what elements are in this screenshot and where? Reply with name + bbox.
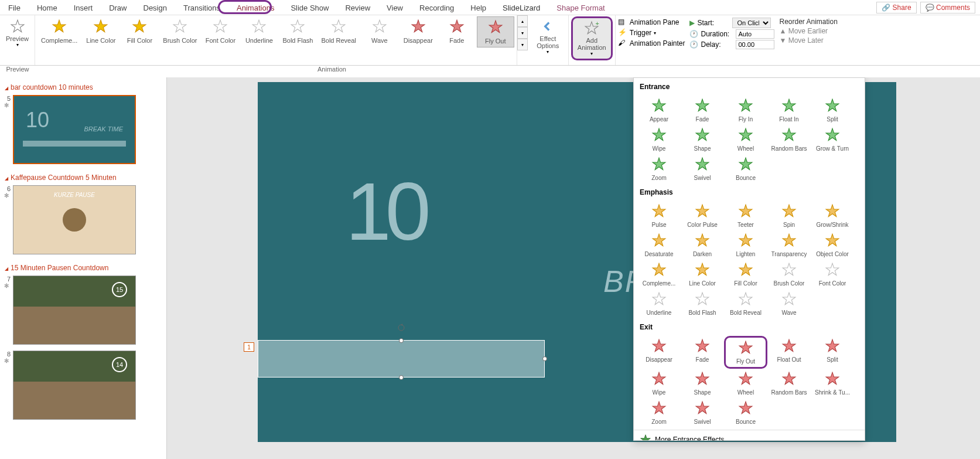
section-title[interactable]: bar countdown 10 minutes [2, 80, 164, 95]
tab-home[interactable]: Home [29, 1, 66, 15]
tab-help[interactable]: Help [462, 1, 494, 15]
add-animation-button[interactable]: + Add Animation ▾ [571, 16, 613, 60]
gallery-item-compleme---[interactable]: Compleme... [37, 16, 81, 46]
anim-fade[interactable]: Fade [681, 336, 724, 369]
gallery-up-button[interactable]: ▴ [517, 15, 528, 27]
effect-options-button[interactable]: Effect Options ▾ [529, 16, 566, 57]
anim-wipe[interactable]: Wipe [637, 125, 681, 154]
anim-wheel[interactable]: Wheel [724, 125, 767, 154]
trigger-button[interactable]: ⚡Trigger▾ [618, 28, 685, 38]
anim-fly-in[interactable]: Fly In [724, 96, 767, 125]
tab-slidelizard[interactable]: SlideLizard [494, 1, 548, 15]
anim-zoom[interactable]: Zoom [637, 398, 681, 427]
gallery-item-line-color[interactable]: Line Color [82, 16, 119, 46]
anim-color-pulse[interactable]: Color Pulse [681, 201, 724, 230]
gallery-item-wave[interactable]: Wave [361, 16, 398, 46]
anim-split[interactable]: Split [811, 96, 854, 125]
gallery-item-fade[interactable]: Fade [438, 16, 476, 46]
gallery-item-font-color[interactable]: Font Color [202, 16, 239, 46]
anim-disappear[interactable]: Disappear [637, 336, 681, 369]
tab-transitions[interactable]: Transitions [175, 1, 228, 15]
anim-shrink---tu---[interactable]: Shrink & Tu... [811, 369, 854, 398]
anim-bold-flash[interactable]: Bold Flash [681, 289, 724, 318]
tab-design[interactable]: Design [135, 1, 175, 15]
anim-float-out[interactable]: Float Out [767, 336, 811, 369]
anim-bounce[interactable]: Bounce [724, 398, 767, 427]
section-title[interactable]: Kaffepause Countdown 5 Minuten [2, 170, 164, 185]
comments-button[interactable]: 💬 Comments [920, 2, 975, 13]
anim-wipe[interactable]: Wipe [637, 369, 681, 398]
anim-brush-color[interactable]: Brush Color [767, 260, 811, 289]
tab-file[interactable]: File [0, 1, 29, 15]
anim-teeter[interactable]: Teeter [724, 201, 767, 230]
duration-input[interactable] [736, 29, 774, 39]
anim-shape[interactable]: Shape [681, 125, 724, 154]
selected-shape[interactable] [258, 340, 545, 378]
anim-spin[interactable]: Spin [767, 201, 811, 230]
anim-lighten[interactable]: Lighten [724, 230, 767, 260]
section-title[interactable]: 15 Minuten Pausen Countdown [2, 260, 164, 276]
anim-desaturate[interactable]: Desaturate [637, 230, 681, 260]
gallery-item-fill-color[interactable]: Fill Color [121, 16, 158, 46]
anim-shape[interactable]: Shape [681, 369, 724, 398]
anim-wave[interactable]: Wave [767, 289, 811, 318]
anim-grow-shrink[interactable]: Grow/Shrink [811, 201, 854, 230]
gallery-item-bold-reveal[interactable]: Bold Reveal [317, 16, 359, 46]
move-earlier-button[interactable]: ▲ Move Earlier [779, 27, 837, 35]
anim-line-color[interactable]: Line Color [681, 260, 724, 289]
anim-appear[interactable]: Appear [637, 96, 681, 125]
anim-swivel[interactable]: Swivel [681, 398, 724, 427]
anim-split[interactable]: Split [811, 336, 854, 369]
slide-thumbnail[interactable]: KURZE PAUSE [13, 185, 136, 254]
anim-compleme---[interactable]: Compleme... [637, 260, 681, 289]
anim-bold-reveal[interactable]: Bold Reveal [724, 289, 767, 318]
tab-review[interactable]: Review [337, 1, 378, 15]
anim-bounce[interactable]: Bounce [724, 154, 767, 183]
anim-fill-color[interactable]: Fill Color [724, 260, 767, 289]
anim-object-color[interactable]: Object Color [811, 230, 854, 260]
preview-button[interactable]: Preview ▾ [0, 16, 36, 50]
slide-thumbnail[interactable]: 14 [13, 351, 136, 420]
anim-underline[interactable]: Underline [637, 289, 681, 318]
animation-pane-button[interactable]: ▤Animation Pane [618, 18, 685, 27]
slide-thumbnail[interactable]: 10BREAK TIME [13, 95, 136, 164]
resize-handle-right[interactable] [542, 356, 547, 361]
tab-view[interactable]: View [378, 1, 411, 15]
anim-random-bars[interactable]: Random Bars [767, 125, 811, 154]
gallery-more-button[interactable]: ▾ [517, 39, 528, 50]
anim-wheel[interactable]: Wheel [724, 369, 767, 398]
animation-tag[interactable]: 1 [244, 342, 254, 352]
more-entrance-effects[interactable]: More Entrance Effects... [634, 430, 865, 441]
anim-fade[interactable]: Fade [681, 96, 724, 125]
tab-insert[interactable]: Insert [66, 1, 101, 15]
tab-animations[interactable]: Animations [228, 1, 282, 15]
gallery-item-fly-out[interactable]: Fly Out [477, 16, 514, 47]
anim-float-in[interactable]: Float In [767, 96, 811, 125]
gallery-item-disappear[interactable]: Disappear [399, 16, 437, 46]
anim-fly-out[interactable]: Fly Out [724, 336, 767, 369]
share-button[interactable]: 🔗 Share [876, 2, 916, 13]
anim-pulse[interactable]: Pulse [637, 201, 681, 230]
tab-shapeformat[interactable]: Shape Format [548, 1, 613, 15]
resize-handle-top[interactable] [399, 338, 404, 343]
resize-handle-bottom[interactable] [399, 375, 404, 380]
anim-darken[interactable]: Darken [681, 230, 724, 260]
anim-grow---turn[interactable]: Grow & Turn [811, 125, 854, 154]
gallery-item-underline[interactable]: Underline [240, 16, 278, 46]
move-later-button[interactable]: ▼ Move Later [779, 36, 837, 45]
anim-zoom[interactable]: Zoom [637, 154, 681, 183]
delay-input[interactable] [736, 40, 774, 49]
gallery-item-brush-color[interactable]: Brush Color [159, 16, 200, 46]
anim-swivel[interactable]: Swivel [681, 154, 724, 183]
tab-recording[interactable]: Recording [411, 1, 462, 15]
rotate-handle[interactable] [397, 323, 406, 332]
anim-random-bars[interactable]: Random Bars [767, 369, 811, 398]
tab-draw[interactable]: Draw [101, 1, 135, 15]
slide-thumbnail[interactable]: 15 [13, 276, 136, 345]
start-select[interactable]: On Click [732, 18, 771, 28]
gallery-down-button[interactable]: ▾ [517, 27, 528, 39]
animation-painter-button[interactable]: 🖌Animation Painter [618, 39, 685, 48]
tab-slideshow[interactable]: Slide Show [282, 1, 337, 15]
anim-transparency[interactable]: Transparency [767, 230, 811, 260]
anim-font-color[interactable]: Font Color [811, 260, 854, 289]
